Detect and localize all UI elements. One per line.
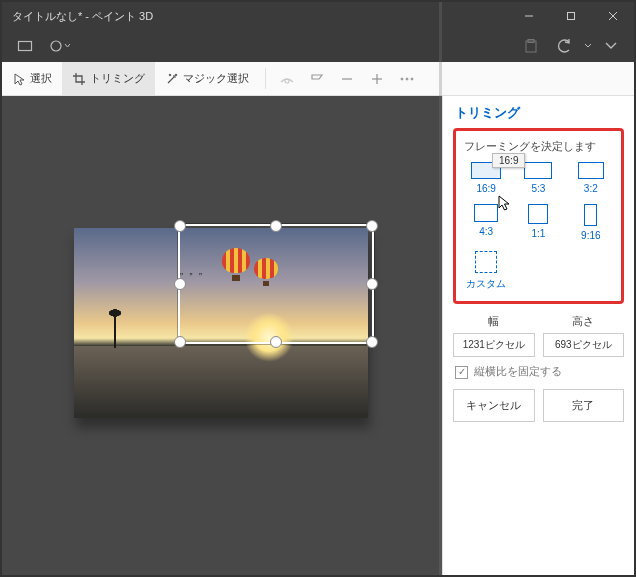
tool-magic-select[interactable]: マジック選択 [155,62,259,95]
aspect-1-1-label: 1:1 [532,228,546,239]
framing-label: フレーミングを決定します [464,139,615,154]
height-label: 高さ [572,314,594,329]
aspect-5-3-label: 5:3 [532,183,546,194]
minimize-button[interactable] [508,2,550,30]
tool-crop[interactable]: トリミング [62,62,155,95]
brush-dropdown[interactable] [42,32,76,60]
lock-aspect-checkbox[interactable]: ✓ [455,366,468,379]
framing-callout: フレーミングを決定します 16:9 16:9 5:3 3:2 [453,128,624,304]
undo-button[interactable] [548,32,582,60]
tool-select[interactable]: 選択 [2,62,62,95]
toolbar: 選択 トリミング マジック選択 [2,62,634,96]
width-input[interactable]: 1231ピクセル [453,333,535,357]
menu-button[interactable] [8,32,42,60]
done-button[interactable]: 完了 [543,389,625,422]
aspect-3-2[interactable]: 3:2 [567,160,615,196]
svg-point-5 [51,41,61,51]
tool-crop-label: トリミング [90,71,145,86]
height-input[interactable]: 693ピクセル [543,333,625,357]
main-area: „ „ „ トリミング フレーミングを決定します 16:9 [2,96,634,575]
svg-rect-4 [19,42,32,51]
maximize-button[interactable] [550,2,592,30]
aspect-custom[interactable]: カスタム [462,249,510,293]
svg-point-8 [175,74,177,76]
titlebar: タイトルなし* - ペイント 3D [2,2,634,30]
aspect-9-16-label: 9:16 [581,230,600,241]
svg-point-14 [401,78,403,80]
crop-handle-e[interactable] [366,278,378,290]
aspect-1-1[interactable]: 1:1 [514,202,562,243]
crop-handle-s[interactable] [270,336,282,348]
expand-panel-button[interactable] [594,32,628,60]
close-button[interactable] [592,2,634,30]
aspect-16-9-label: 16:9 [476,183,495,194]
quickbar [2,30,634,62]
svg-point-10 [285,79,289,83]
crop-handle-nw[interactable] [174,220,186,232]
history-dropdown[interactable] [582,32,594,60]
aspect-3-2-label: 3:2 [584,183,598,194]
side-panel: トリミング フレーミングを決定します 16:9 16:9 5:3 3: [442,96,634,575]
tool-rotate-icon[interactable] [302,62,332,95]
aspect-4-3[interactable]: 4:3 [462,202,510,243]
lock-aspect-label: 縦横比を固定する [474,365,562,379]
tool-zoomout-icon[interactable] [332,62,362,95]
tool-zoomin-icon[interactable] [362,62,392,95]
crop-handle-n[interactable] [270,220,282,232]
aspect-4-3-label: 4:3 [479,226,493,237]
crop-handle-ne[interactable] [366,220,378,232]
tool-select-label: 選択 [30,71,52,86]
width-label: 幅 [488,314,499,329]
tool-more-icon[interactable] [392,62,422,95]
panel-title: トリミング [455,104,624,122]
aspect-9-16[interactable]: 9:16 [567,202,615,243]
window-title: タイトルなし* - ペイント 3D [12,9,153,24]
lock-aspect-row[interactable]: ✓ 縦横比を固定する [455,365,624,379]
aspect-tooltip: 16:9 [492,153,525,168]
paste-button[interactable] [514,32,548,60]
crop-handle-w[interactable] [174,278,186,290]
aspect-custom-label: カスタム [466,277,506,291]
crop-handle-sw[interactable] [174,336,186,348]
svg-point-9 [169,74,171,76]
crop-selection[interactable] [178,224,374,344]
crop-handle-se[interactable] [366,336,378,348]
tool-magic-label: マジック選択 [183,71,249,86]
tool-3dview-icon[interactable] [272,62,302,95]
svg-point-15 [406,78,408,80]
canvas-area[interactable]: „ „ „ [2,96,442,575]
cancel-button[interactable]: キャンセル [453,389,535,422]
svg-point-16 [411,78,413,80]
svg-rect-1 [568,13,575,20]
app-window: タイトルなし* - ペイント 3D [2,2,634,575]
